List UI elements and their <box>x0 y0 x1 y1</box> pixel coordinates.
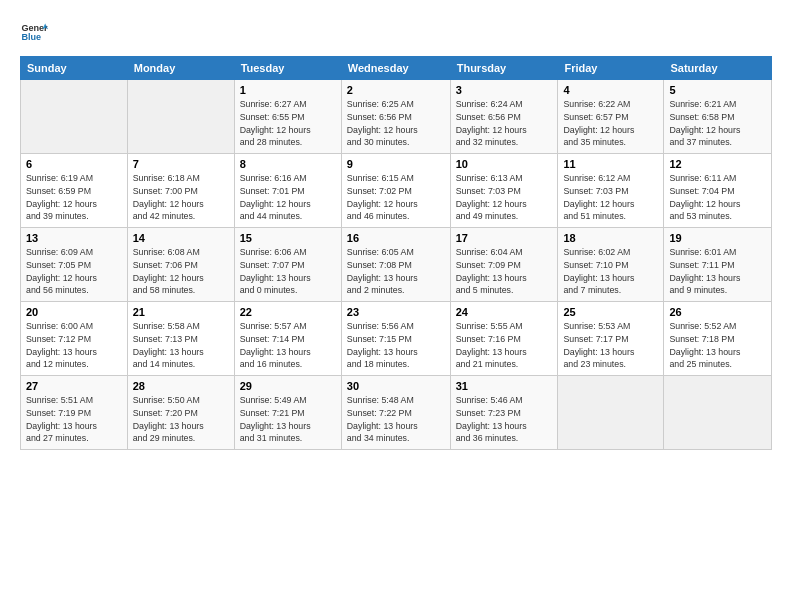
day-number: 28 <box>133 380 229 392</box>
day-number: 1 <box>240 84 336 96</box>
day-detail: Sunrise: 6:05 AM Sunset: 7:08 PM Dayligh… <box>347 246 445 297</box>
day-detail: Sunrise: 5:52 AM Sunset: 7:18 PM Dayligh… <box>669 320 766 371</box>
day-number: 23 <box>347 306 445 318</box>
day-of-week-header: Sunday <box>21 57 128 80</box>
day-number: 26 <box>669 306 766 318</box>
calendar-cell: 4Sunrise: 6:22 AM Sunset: 6:57 PM Daylig… <box>558 80 664 154</box>
day-number: 10 <box>456 158 553 170</box>
day-number: 14 <box>133 232 229 244</box>
calendar-cell: 6Sunrise: 6:19 AM Sunset: 6:59 PM Daylig… <box>21 154 128 228</box>
calendar-cell: 28Sunrise: 5:50 AM Sunset: 7:20 PM Dayli… <box>127 376 234 450</box>
day-detail: Sunrise: 6:19 AM Sunset: 6:59 PM Dayligh… <box>26 172 122 223</box>
day-of-week-header: Monday <box>127 57 234 80</box>
calendar-cell: 17Sunrise: 6:04 AM Sunset: 7:09 PM Dayli… <box>450 228 558 302</box>
header: General Blue <box>20 18 772 46</box>
day-detail: Sunrise: 5:55 AM Sunset: 7:16 PM Dayligh… <box>456 320 553 371</box>
day-number: 18 <box>563 232 658 244</box>
day-number: 22 <box>240 306 336 318</box>
page: General Blue SundayMondayTuesdayWednesda… <box>0 0 792 612</box>
day-detail: Sunrise: 6:27 AM Sunset: 6:55 PM Dayligh… <box>240 98 336 149</box>
day-number: 25 <box>563 306 658 318</box>
calendar-table: SundayMondayTuesdayWednesdayThursdayFrid… <box>20 56 772 450</box>
day-detail: Sunrise: 6:09 AM Sunset: 7:05 PM Dayligh… <box>26 246 122 297</box>
day-of-week-header: Thursday <box>450 57 558 80</box>
calendar-week-row: 20Sunrise: 6:00 AM Sunset: 7:12 PM Dayli… <box>21 302 772 376</box>
day-detail: Sunrise: 6:15 AM Sunset: 7:02 PM Dayligh… <box>347 172 445 223</box>
calendar-cell: 14Sunrise: 6:08 AM Sunset: 7:06 PM Dayli… <box>127 228 234 302</box>
calendar-cell: 16Sunrise: 6:05 AM Sunset: 7:08 PM Dayli… <box>341 228 450 302</box>
calendar-cell: 10Sunrise: 6:13 AM Sunset: 7:03 PM Dayli… <box>450 154 558 228</box>
day-detail: Sunrise: 6:12 AM Sunset: 7:03 PM Dayligh… <box>563 172 658 223</box>
calendar-cell: 2Sunrise: 6:25 AM Sunset: 6:56 PM Daylig… <box>341 80 450 154</box>
day-number: 20 <box>26 306 122 318</box>
calendar-cell: 8Sunrise: 6:16 AM Sunset: 7:01 PM Daylig… <box>234 154 341 228</box>
calendar-week-row: 13Sunrise: 6:09 AM Sunset: 7:05 PM Dayli… <box>21 228 772 302</box>
calendar-week-row: 1Sunrise: 6:27 AM Sunset: 6:55 PM Daylig… <box>21 80 772 154</box>
calendar-cell: 23Sunrise: 5:56 AM Sunset: 7:15 PM Dayli… <box>341 302 450 376</box>
day-detail: Sunrise: 6:04 AM Sunset: 7:09 PM Dayligh… <box>456 246 553 297</box>
calendar-cell <box>558 376 664 450</box>
day-detail: Sunrise: 6:01 AM Sunset: 7:11 PM Dayligh… <box>669 246 766 297</box>
day-detail: Sunrise: 6:25 AM Sunset: 6:56 PM Dayligh… <box>347 98 445 149</box>
day-of-week-header: Friday <box>558 57 664 80</box>
day-detail: Sunrise: 5:50 AM Sunset: 7:20 PM Dayligh… <box>133 394 229 445</box>
calendar-cell: 12Sunrise: 6:11 AM Sunset: 7:04 PM Dayli… <box>664 154 772 228</box>
calendar-cell: 27Sunrise: 5:51 AM Sunset: 7:19 PM Dayli… <box>21 376 128 450</box>
day-detail: Sunrise: 6:08 AM Sunset: 7:06 PM Dayligh… <box>133 246 229 297</box>
day-detail: Sunrise: 6:00 AM Sunset: 7:12 PM Dayligh… <box>26 320 122 371</box>
calendar-cell: 11Sunrise: 6:12 AM Sunset: 7:03 PM Dayli… <box>558 154 664 228</box>
day-number: 3 <box>456 84 553 96</box>
calendar-cell: 25Sunrise: 5:53 AM Sunset: 7:17 PM Dayli… <box>558 302 664 376</box>
calendar-cell: 20Sunrise: 6:00 AM Sunset: 7:12 PM Dayli… <box>21 302 128 376</box>
calendar-cell: 30Sunrise: 5:48 AM Sunset: 7:22 PM Dayli… <box>341 376 450 450</box>
day-of-week-header: Saturday <box>664 57 772 80</box>
calendar-cell <box>664 376 772 450</box>
day-number: 31 <box>456 380 553 392</box>
day-detail: Sunrise: 5:49 AM Sunset: 7:21 PM Dayligh… <box>240 394 336 445</box>
day-detail: Sunrise: 6:16 AM Sunset: 7:01 PM Dayligh… <box>240 172 336 223</box>
day-detail: Sunrise: 6:21 AM Sunset: 6:58 PM Dayligh… <box>669 98 766 149</box>
day-detail: Sunrise: 6:11 AM Sunset: 7:04 PM Dayligh… <box>669 172 766 223</box>
day-detail: Sunrise: 5:46 AM Sunset: 7:23 PM Dayligh… <box>456 394 553 445</box>
calendar-cell: 22Sunrise: 5:57 AM Sunset: 7:14 PM Dayli… <box>234 302 341 376</box>
day-number: 7 <box>133 158 229 170</box>
day-number: 6 <box>26 158 122 170</box>
calendar-week-row: 27Sunrise: 5:51 AM Sunset: 7:19 PM Dayli… <box>21 376 772 450</box>
day-detail: Sunrise: 5:53 AM Sunset: 7:17 PM Dayligh… <box>563 320 658 371</box>
day-number: 2 <box>347 84 445 96</box>
day-number: 30 <box>347 380 445 392</box>
day-detail: Sunrise: 6:02 AM Sunset: 7:10 PM Dayligh… <box>563 246 658 297</box>
day-of-week-header: Wednesday <box>341 57 450 80</box>
day-number: 15 <box>240 232 336 244</box>
calendar-cell: 9Sunrise: 6:15 AM Sunset: 7:02 PM Daylig… <box>341 154 450 228</box>
calendar-cell: 24Sunrise: 5:55 AM Sunset: 7:16 PM Dayli… <box>450 302 558 376</box>
logo: General Blue <box>20 18 48 46</box>
day-number: 11 <box>563 158 658 170</box>
logo-icon: General Blue <box>20 18 48 46</box>
day-number: 12 <box>669 158 766 170</box>
calendar-cell: 26Sunrise: 5:52 AM Sunset: 7:18 PM Dayli… <box>664 302 772 376</box>
day-detail: Sunrise: 6:13 AM Sunset: 7:03 PM Dayligh… <box>456 172 553 223</box>
day-detail: Sunrise: 5:56 AM Sunset: 7:15 PM Dayligh… <box>347 320 445 371</box>
calendar-cell: 18Sunrise: 6:02 AM Sunset: 7:10 PM Dayli… <box>558 228 664 302</box>
day-number: 27 <box>26 380 122 392</box>
svg-text:Blue: Blue <box>21 32 41 42</box>
day-number: 5 <box>669 84 766 96</box>
day-number: 24 <box>456 306 553 318</box>
calendar-cell: 7Sunrise: 6:18 AM Sunset: 7:00 PM Daylig… <box>127 154 234 228</box>
calendar-cell <box>127 80 234 154</box>
calendar-cell: 21Sunrise: 5:58 AM Sunset: 7:13 PM Dayli… <box>127 302 234 376</box>
day-number: 17 <box>456 232 553 244</box>
day-detail: Sunrise: 6:24 AM Sunset: 6:56 PM Dayligh… <box>456 98 553 149</box>
day-detail: Sunrise: 6:22 AM Sunset: 6:57 PM Dayligh… <box>563 98 658 149</box>
day-number: 16 <box>347 232 445 244</box>
day-number: 8 <box>240 158 336 170</box>
calendar-cell: 5Sunrise: 6:21 AM Sunset: 6:58 PM Daylig… <box>664 80 772 154</box>
day-number: 4 <box>563 84 658 96</box>
day-number: 19 <box>669 232 766 244</box>
day-detail: Sunrise: 5:48 AM Sunset: 7:22 PM Dayligh… <box>347 394 445 445</box>
header-row: SundayMondayTuesdayWednesdayThursdayFrid… <box>21 57 772 80</box>
day-detail: Sunrise: 5:58 AM Sunset: 7:13 PM Dayligh… <box>133 320 229 371</box>
day-detail: Sunrise: 6:06 AM Sunset: 7:07 PM Dayligh… <box>240 246 336 297</box>
calendar-cell: 15Sunrise: 6:06 AM Sunset: 7:07 PM Dayli… <box>234 228 341 302</box>
